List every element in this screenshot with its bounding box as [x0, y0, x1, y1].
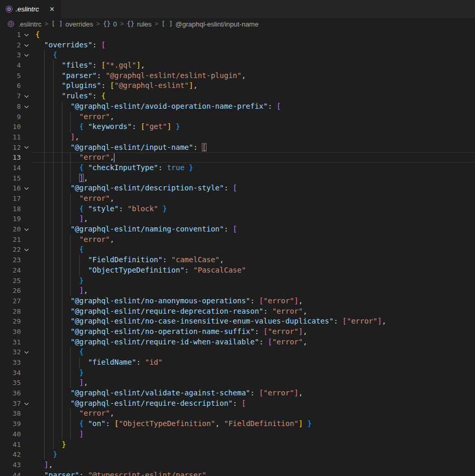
line-number[interactable]: 14 [0, 163, 21, 173]
code-line[interactable]: 38 "error", [0, 408, 475, 419]
code-line[interactable]: 24 "ObjectTypeDefinition": "PascalCase" [0, 265, 475, 276]
breadcrumb-item[interactable]: {}rules [127, 20, 152, 28]
breadcrumb-item[interactable]: [ ]overrides [52, 20, 93, 28]
code-line[interactable]: 17 "error", [0, 194, 475, 204]
code-line[interactable]: 1{ [0, 30, 475, 40]
line-number[interactable]: 27 [0, 296, 21, 306]
code-line[interactable]: 43 ], [0, 460, 475, 470]
line-number[interactable]: 16 [0, 183, 21, 194]
line-number[interactable]: 13 [0, 152, 21, 163]
line-number[interactable]: 40 [0, 429, 21, 440]
fold-chevron-down-icon[interactable] [21, 50, 32, 60]
line-number[interactable]: 4 [0, 60, 21, 71]
line-number[interactable]: 38 [0, 408, 21, 419]
code-line[interactable]: 14 { "checkInputType": true } [0, 163, 475, 173]
line-number[interactable]: 44 [0, 470, 21, 476]
line-number[interactable]: 28 [0, 306, 21, 317]
code-line[interactable]: 18 { "style": "block" } [0, 204, 475, 214]
code-line[interactable]: 16 "@graphql-eslint/description-style": … [0, 183, 475, 194]
line-number[interactable]: 17 [0, 194, 21, 204]
code-line[interactable]: 2 "overrides": [ [0, 40, 475, 50]
code-line[interactable]: 28 "@graphql-eslint/require-deprecation-… [0, 306, 475, 317]
code-line[interactable]: 25 } [0, 276, 475, 286]
fold-chevron-down-icon[interactable] [21, 101, 32, 112]
code-line[interactable]: 27 "@graphql-eslint/no-anonymous-operati… [0, 296, 475, 306]
code-line[interactable]: 15 ], [0, 173, 475, 184]
code-line[interactable]: 10 { "keywords": ["get"] } [0, 122, 475, 132]
code-line[interactable]: 30 "@graphql-eslint/no-operation-name-su… [0, 327, 475, 337]
code-line[interactable]: 11 ], [0, 132, 475, 143]
line-number[interactable]: 18 [0, 204, 21, 214]
code-line[interactable]: 29 "@graphql-eslint/no-case-insensitive-… [0, 316, 475, 327]
code-line[interactable]: 6 "plugins": ["@graphql-eslint"], [0, 81, 475, 91]
code-line[interactable]: 37 "@graphql-eslint/require-description"… [0, 398, 475, 409]
fold-chevron-down-icon[interactable] [21, 91, 32, 101]
code-line[interactable]: 36 "@graphql-eslint/validate-against-sch… [0, 388, 475, 398]
line-number[interactable]: 8 [0, 101, 21, 112]
line-number[interactable]: 32 [0, 347, 21, 357]
breadcrumb-item[interactable]: .eslintrc [8, 20, 42, 28]
line-number[interactable]: 9 [0, 112, 21, 122]
tab-eslintrc[interactable]: .eslintrc × [0, 0, 61, 18]
line-number[interactable]: 39 [0, 419, 21, 429]
code-line[interactable]: 8 "@graphql-eslint/avoid-operation-name-… [0, 101, 475, 112]
line-number[interactable]: 23 [0, 255, 21, 265]
fold-chevron-down-icon[interactable] [21, 224, 32, 235]
line-number[interactable]: 35 [0, 378, 21, 388]
line-number[interactable]: 6 [0, 81, 21, 91]
line-number[interactable]: 29 [0, 316, 21, 327]
code-line[interactable]: 31 "@graphql-eslint/require-id-when-avai… [0, 337, 475, 348]
code-line[interactable]: 19 ], [0, 214, 475, 224]
line-number[interactable]: 15 [0, 173, 21, 184]
code-line[interactable]: 13 "error", [0, 152, 475, 163]
code-line[interactable]: 40 ] [0, 429, 475, 440]
code-line[interactable]: 35 ], [0, 378, 475, 388]
code-line[interactable]: 21 "error", [0, 235, 475, 245]
fold-chevron-down-icon[interactable] [21, 30, 32, 40]
line-number[interactable]: 5 [0, 71, 21, 81]
line-number[interactable]: 42 [0, 449, 21, 460]
line-number[interactable]: 7 [0, 91, 21, 101]
code-line[interactable]: 32 { [0, 347, 475, 357]
code-line[interactable]: 4 "files": ["*.gql"], [0, 60, 475, 71]
line-number[interactable]: 37 [0, 398, 21, 409]
line-number[interactable]: 41 [0, 440, 21, 450]
line-number[interactable]: 2 [0, 40, 21, 50]
code-line[interactable]: 26 ], [0, 286, 475, 296]
code-line[interactable]: 23 "FieldDefinition": "camelCase", [0, 255, 475, 265]
code-line[interactable]: 33 "fieldName": "id" [0, 357, 475, 368]
line-number[interactable]: 21 [0, 235, 21, 245]
code-line[interactable]: 39 { "on": ["ObjectTypeDefinition", "Fie… [0, 419, 475, 429]
line-number[interactable]: 36 [0, 388, 21, 398]
fold-chevron-down-icon[interactable] [21, 183, 32, 194]
line-number[interactable]: 12 [0, 143, 21, 153]
breadcrumb-item[interactable]: [ ]@graphql-eslint/input-name [161, 20, 259, 28]
line-number[interactable]: 10 [0, 122, 21, 132]
line-number[interactable]: 20 [0, 224, 21, 235]
code-line[interactable]: 41 } [0, 440, 475, 450]
fold-chevron-down-icon[interactable] [21, 347, 32, 357]
line-number[interactable]: 30 [0, 327, 21, 337]
code-line[interactable]: 12 "@graphql-eslint/input-name": [ [0, 143, 475, 153]
code-line[interactable]: 22 { [0, 245, 475, 255]
line-number[interactable]: 26 [0, 286, 21, 296]
line-number[interactable]: 11 [0, 132, 21, 143]
fold-chevron-down-icon[interactable] [21, 40, 32, 50]
line-number[interactable]: 1 [0, 30, 21, 40]
line-number[interactable]: 31 [0, 337, 21, 348]
code-line[interactable]: 42 } [0, 449, 475, 460]
code-line[interactable]: 34 } [0, 368, 475, 378]
code-line[interactable]: 7 "rules": { [0, 91, 475, 101]
line-number[interactable]: 25 [0, 276, 21, 286]
line-number[interactable]: 43 [0, 460, 21, 470]
line-number[interactable]: 33 [0, 357, 21, 368]
fold-chevron-down-icon[interactable] [21, 143, 32, 153]
line-number[interactable]: 24 [0, 265, 21, 276]
fold-chevron-down-icon[interactable] [21, 245, 32, 255]
fold-chevron-down-icon[interactable] [21, 398, 32, 409]
line-number[interactable]: 34 [0, 368, 21, 378]
code-line[interactable]: 5 "parser": "@graphql-eslint/eslint-plug… [0, 71, 475, 81]
close-icon[interactable]: × [47, 4, 57, 15]
code-line[interactable]: 3 { [0, 50, 475, 60]
breadcrumb-item[interactable]: {}0 [103, 20, 117, 28]
